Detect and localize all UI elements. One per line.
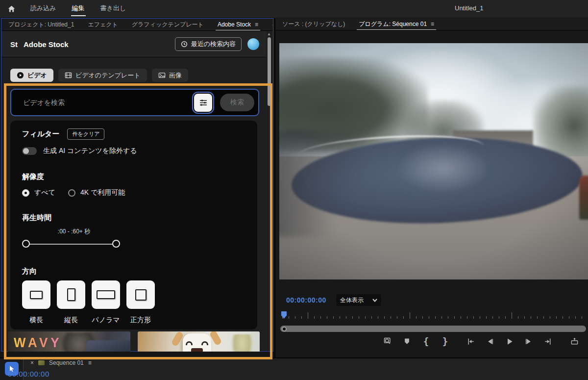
slider-track	[26, 244, 116, 245]
tab-events[interactable]: イベント	[265, 19, 273, 31]
orientation-panorama-button[interactable]	[92, 280, 120, 309]
exclude-ai-toggle[interactable]	[22, 147, 37, 155]
tab-video[interactable]: ビデオ	[10, 69, 53, 82]
home-button[interactable]	[0, 0, 23, 18]
play-icon	[504, 336, 514, 347]
tab-video-templates[interactable]: ビデオのテンプレート	[58, 69, 147, 82]
go-to-out-icon	[542, 336, 553, 347]
stock-logo: St	[10, 40, 18, 49]
play-button[interactable]	[503, 335, 516, 348]
lift-button[interactable]	[568, 335, 581, 348]
landscape-icon	[30, 291, 43, 299]
duration-range-slider	[22, 240, 120, 249]
resolution-4k-option[interactable]: 4K で利用可能	[68, 188, 125, 197]
panel-menu-icon[interactable]: ≡	[255, 21, 258, 28]
orientation-portrait-button[interactable]	[57, 280, 85, 309]
tab-adobe-stock[interactable]: Adobe Stock≡	[211, 19, 265, 31]
video-thumbnail[interactable]: WAVY	[8, 331, 130, 352]
app-header: 読み込み 編集 書き出し Untitled_1	[0, 0, 588, 18]
window-title: Untitled_1	[455, 4, 484, 12]
play-circle-icon	[17, 72, 24, 79]
clock-icon	[181, 41, 188, 48]
sequence-tab-label: Sequence 01	[49, 359, 84, 366]
nav-export[interactable]: 書き出し	[93, 0, 134, 18]
left-panel-tabbar: プロジェクト: Untitled_1 エフェクト グラフィックテンプレート Ad…	[1, 19, 273, 31]
mark-in-button[interactable]: {	[419, 335, 433, 348]
search-button[interactable]: 検索	[220, 94, 254, 111]
filters-heading: フィルター	[22, 129, 59, 139]
square-label: 正方形	[126, 316, 155, 325]
step-back-icon	[485, 336, 495, 347]
stock-search-box: 検索	[10, 89, 259, 116]
slider-handle-max[interactable]	[112, 240, 120, 248]
step-forward-icon	[523, 336, 534, 347]
tab-project[interactable]: プロジェクト: Untitled_1	[1, 19, 81, 31]
tab-program[interactable]: プログラム: Séquence 01≡	[352, 18, 441, 30]
sequence-tab[interactable]: × Sequence 01 ≡	[30, 359, 92, 366]
recent-searches-button[interactable]: 最近の検索内容	[175, 37, 242, 51]
orientation-square-button[interactable]	[126, 280, 155, 309]
mark-in-icon: {	[423, 337, 429, 346]
thumbnail-title-text: WAVY	[14, 335, 62, 351]
stock-title: Adobe Stock	[24, 40, 69, 49]
panel-menu-icon[interactable]: ≡	[431, 21, 434, 27]
home-icon	[7, 5, 16, 13]
zoom-tools-button[interactable]	[381, 335, 394, 348]
scroll-up-arrow-icon[interactable]: ▲	[267, 32, 271, 37]
project-panel-group: プロジェクト: Untitled_1 エフェクト グラフィックテンプレート Ad…	[1, 18, 273, 352]
step-forward-button[interactable]	[522, 335, 535, 348]
tab-effects[interactable]: エフェクト	[81, 19, 124, 31]
premiere-window: 読み込み 編集 書き出し Untitled_1 プロジェクト: Untitled…	[0, 0, 588, 380]
go-to-out-button[interactable]	[541, 335, 554, 348]
timeline-timecode[interactable]: 00:00:00:00	[8, 370, 49, 378]
transport-controls: { }	[381, 335, 588, 348]
nav-edit[interactable]: 編集	[64, 0, 93, 18]
landscape-label: 横長	[22, 316, 50, 325]
panorama-label: パノラマ	[92, 316, 120, 325]
resolution-all-option[interactable]: すべて	[22, 188, 55, 197]
video-thumbnail[interactable]	[138, 331, 260, 352]
marker-icon	[402, 336, 412, 347]
film-icon	[65, 72, 72, 79]
program-monitor-video	[279, 43, 588, 279]
step-back-button[interactable]	[484, 335, 497, 348]
tab-images[interactable]: 画像	[152, 69, 188, 82]
go-to-in-icon	[466, 336, 476, 347]
sequence-thumb-icon	[38, 360, 45, 365]
sliders-icon	[198, 98, 208, 107]
chevron-down-icon	[372, 299, 377, 302]
stock-vertical-scrollbar[interactable]	[268, 37, 271, 106]
tab-graphic-templates[interactable]: グラフィックテンプレート	[125, 19, 211, 31]
duration-heading: 再生時間	[22, 213, 51, 223]
toggle-knob	[23, 148, 29, 154]
go-to-in-button[interactable]	[465, 335, 478, 348]
clear-filters-button[interactable]: 件をクリア	[67, 128, 104, 140]
user-avatar[interactable]	[247, 38, 259, 50]
panorama-icon	[97, 290, 115, 299]
timeline-panel: × Sequence 01 ≡ 00:00:00:00	[0, 357, 588, 380]
program-timecode[interactable]: 00:00:00:00	[286, 296, 326, 304]
divider	[1, 57, 266, 57]
duration-range-label: :00 - :60+ 秒	[10, 228, 138, 236]
orientation-landscape-button[interactable]	[22, 280, 50, 309]
nav-import[interactable]: 読み込み	[23, 0, 64, 18]
monitor-horizontal-scrollbar[interactable]	[280, 326, 586, 332]
add-marker-button[interactable]	[400, 335, 414, 348]
monitor-time-ruler[interactable]	[280, 311, 586, 320]
tab-source[interactable]: ソース : (クリップなし)	[275, 18, 352, 30]
radio-selected-icon	[22, 189, 29, 197]
filters-panel: フィルター 件をクリア 生成 AI コンテンツを除外する 解像度 すべて 4K …	[10, 121, 257, 329]
mark-out-button[interactable]: }	[439, 335, 452, 348]
exclude-ai-label: 生成 AI コンテンツを除外する	[43, 147, 137, 155]
panel-menu-icon[interactable]: ≡	[88, 359, 92, 366]
scrollbar-handle[interactable]	[282, 327, 287, 331]
right-panel-tabbar: ソース : (クリップなし) プログラム: Séquence 01≡	[275, 18, 588, 30]
zoom-level-select[interactable]: 全体表示	[336, 294, 381, 306]
slider-handle-min[interactable]	[22, 240, 30, 248]
portrait-label: 縦長	[57, 316, 85, 325]
close-icon[interactable]: ×	[30, 359, 34, 366]
radio-unselected-icon	[68, 189, 75, 197]
search-input[interactable]	[11, 99, 194, 106]
filters-toggle-button[interactable]	[194, 94, 212, 112]
lift-icon	[569, 336, 580, 347]
